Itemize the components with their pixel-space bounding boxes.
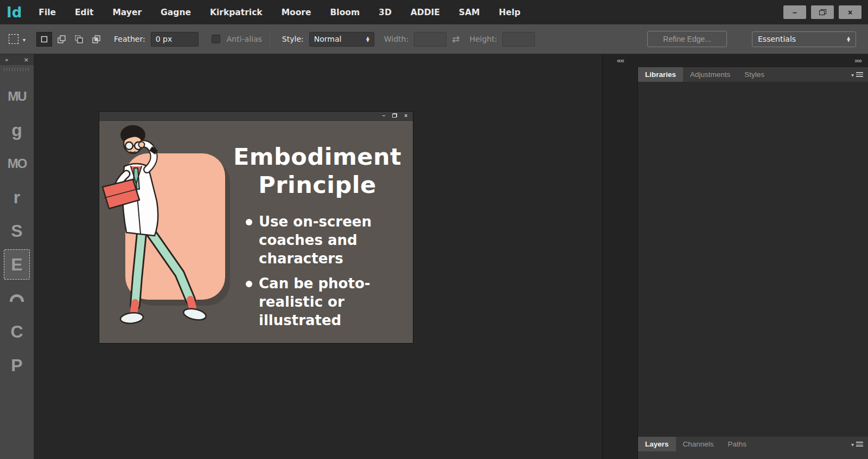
menu-sam[interactable]: SAM: [451, 4, 488, 21]
menu-bloom[interactable]: Bloom: [322, 4, 368, 21]
doc-minimize-icon[interactable]: –: [382, 113, 386, 119]
slide-title-line2: Principle: [225, 171, 410, 199]
dropdown-caret-icon: [23, 35, 25, 43]
tool-mo-button[interactable]: MO: [0, 147, 34, 180]
tab-paths[interactable]: Paths: [721, 437, 754, 451]
intersect-selection-icon: [92, 35, 100, 43]
subtract-from-selection-button[interactable]: [71, 32, 87, 47]
workspace-select[interactable]: Essentials: [752, 31, 856, 47]
panel-menu-button[interactable]: [851, 437, 868, 451]
tools-panel-header: » ×: [0, 54, 34, 65]
width-label: Width:: [384, 35, 409, 43]
panel-tab-bar-top: Libraries Adjustments Styles: [638, 67, 868, 82]
document-canvas[interactable]: Embodiment Principle Use on-screen coach…: [99, 121, 413, 343]
style-select[interactable]: Normal: [309, 32, 374, 47]
dock-header: «« »»: [603, 54, 868, 67]
spinner-arrows-icon: [847, 36, 850, 42]
add-to-selection-button[interactable]: [54, 32, 69, 47]
feather-label: Feather:: [114, 35, 145, 43]
panel-menu-button[interactable]: [851, 67, 868, 82]
panel-grip[interactable]: [4, 68, 30, 71]
minimize-icon: –: [793, 9, 797, 16]
menu-addie[interactable]: ADDIE: [403, 4, 448, 21]
menu-gagne[interactable]: Gagne: [152, 4, 199, 21]
tab-adjustments[interactable]: Adjustments: [683, 67, 737, 82]
panel-menu-triangle-icon: [851, 440, 854, 448]
tool-e-button-selected[interactable]: E: [0, 248, 34, 281]
antialias-label: Anti-alias: [227, 35, 262, 43]
height-input[interactable]: [502, 32, 535, 47]
new-selection-button[interactable]: [36, 32, 52, 47]
canvas-area: – ×: [34, 54, 602, 459]
minimize-button[interactable]: –: [783, 5, 806, 19]
doc-restore-icon[interactable]: [392, 113, 397, 119]
tool-mu-button[interactable]: MU: [0, 80, 34, 113]
tool-p-button[interactable]: P: [0, 348, 34, 382]
antialias-checkbox[interactable]: [212, 35, 220, 43]
tab-channels[interactable]: Channels: [676, 437, 721, 451]
slide-title: Embodiment Principle: [225, 143, 410, 199]
width-input[interactable]: [414, 32, 446, 47]
tool-list: MU g MO r S E C P: [0, 80, 34, 382]
feather-input[interactable]: 0 px: [151, 32, 199, 47]
menu-bar: Id File Edit Mayer Gagne Kirkpatrick Moo…: [0, 0, 868, 24]
panel-menu-lines-icon: [856, 442, 863, 447]
tool-s-button[interactable]: S: [0, 214, 34, 248]
tab-styles[interactable]: Styles: [737, 67, 771, 82]
close-panel-icon[interactable]: ×: [24, 57, 29, 63]
expand-panels-icon[interactable]: ««: [603, 57, 638, 64]
character-illustration: [99, 121, 224, 335]
selected-tool-frame: E: [4, 249, 30, 280]
slide-bullet: Use on-screen coaches and characters: [244, 213, 390, 268]
selection-mode-group: [36, 32, 104, 47]
refine-edge-button[interactable]: Refine Edge...: [647, 31, 727, 47]
menu-moore[interactable]: Moore: [273, 4, 320, 21]
panel-tab-bar-bottom: Layers Channels Paths: [638, 437, 868, 459]
slide-bullet: Can be photo-realistic or illustrated: [244, 275, 390, 329]
workspace-value: Essentials: [758, 35, 796, 43]
restore-icon: [819, 9, 826, 15]
close-button[interactable]: ×: [839, 5, 861, 19]
feather-value: 0 px: [156, 35, 173, 43]
menu-kirkpatrick[interactable]: Kirkpatrick: [202, 4, 271, 21]
intersect-selection-button[interactable]: [88, 32, 104, 47]
new-selection-icon: [41, 36, 48, 43]
tool-g-button[interactable]: g: [0, 113, 34, 147]
height-label: Height:: [469, 35, 497, 43]
panel-menu-triangle-icon: [851, 70, 854, 79]
menu-help[interactable]: Help: [490, 4, 528, 21]
libraries-panel-body: [638, 82, 868, 437]
collapse-panel-icon[interactable]: »: [5, 57, 9, 63]
tool-arc-button[interactable]: [0, 281, 34, 315]
rectangular-marquee-icon: [9, 34, 18, 44]
tab-layers[interactable]: Layers: [638, 437, 676, 451]
tool-preset-button[interactable]: [7, 32, 28, 46]
window-controls: – ×: [783, 5, 868, 19]
tab-libraries[interactable]: Libraries: [638, 67, 683, 82]
collapse-panels-icon[interactable]: »»: [854, 57, 868, 64]
menu-3d[interactable]: 3D: [371, 4, 400, 21]
menu-edit[interactable]: Edit: [67, 4, 101, 21]
separator: [270, 31, 270, 47]
menu-file[interactable]: File: [30, 4, 64, 21]
arc-tool-icon: [10, 294, 24, 302]
workspace-body: » × MU g MO r S E C P: [0, 54, 868, 459]
menu-mayer[interactable]: Mayer: [104, 4, 150, 21]
spinner-arrows-icon: [366, 36, 369, 42]
subtract-from-selection-icon: [75, 35, 83, 43]
collapsed-panel-strip: [603, 67, 638, 459]
slide-title-line1: Embodiment: [225, 143, 410, 171]
menu-items: File Edit Mayer Gagne Kirkpatrick Moore …: [30, 4, 528, 21]
tool-c-button[interactable]: C: [0, 315, 34, 348]
right-panel-dock: «« »» Libraries Adjustments Styles: [602, 54, 868, 459]
restore-button[interactable]: [811, 5, 834, 19]
slide-bullet-list: Use on-screen coaches and characters Can…: [244, 213, 390, 337]
document-window: – ×: [99, 111, 413, 344]
tool-r-button[interactable]: r: [0, 180, 34, 214]
document-titlebar[interactable]: – ×: [99, 112, 413, 121]
close-icon: ×: [848, 9, 852, 16]
application-window: Id File Edit Mayer Gagne Kirkpatrick Moo…: [0, 0, 868, 459]
swap-width-height-icon[interactable]: [452, 34, 459, 44]
doc-close-icon[interactable]: ×: [404, 113, 407, 119]
dock-body: Libraries Adjustments Styles Layers Chan…: [603, 67, 868, 459]
